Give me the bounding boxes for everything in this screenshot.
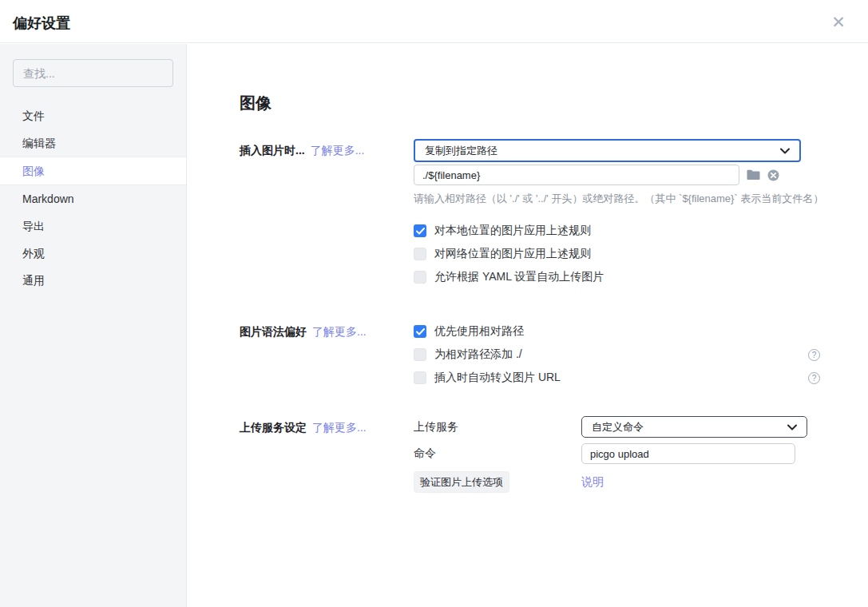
page-title: 图像: [240, 93, 868, 114]
preferences-window: 偏好设置 ✕ 文件 编辑器 图像 Markdown 导出 外观 通用 图像 插入…: [0, 0, 868, 607]
upload-command-row: 命令: [414, 443, 868, 464]
prefer-relative-path-label: 优先使用相对路径: [434, 324, 524, 339]
section-syntax-label-group: 图片语法偏好了解更多...: [240, 320, 414, 384]
clear-path-icon[interactable]: [767, 169, 779, 181]
close-icon[interactable]: ✕: [828, 11, 849, 32]
section-insert-image: 插入图片时...了解更多... 复制到指定路径: [240, 139, 868, 284]
checkbox-row-relative-path: 优先使用相对路径: [414, 325, 820, 338]
escape-url-label: 插入时自动转义图片 URL: [434, 371, 561, 385]
upload-doc-link[interactable]: 说明: [581, 475, 604, 490]
chevron-down-icon: [787, 421, 797, 433]
upload-service-select-value: 自定义命令: [592, 420, 644, 434]
sidebar-nav: 文件 编辑器 图像 Markdown 导出 外观 通用: [0, 102, 186, 294]
add-dot-slash-checkbox[interactable]: [414, 348, 426, 361]
upload-command-label: 命令: [414, 446, 581, 461]
syntax-learn-more-link[interactable]: 了解更多...: [312, 325, 367, 338]
insert-action-select-value: 复制到指定路径: [425, 144, 497, 158]
add-dot-slash-label: 为相对路径添加 ./: [434, 347, 522, 362]
section-upload-service: 上传服务设定了解更多... 上传服务 自定义命令 命令: [240, 416, 868, 498]
upload-service-select[interactable]: 自定义命令: [581, 416, 807, 438]
folder-browse-icon[interactable]: [747, 169, 760, 181]
checkbox-row-network-rule: 对网络位置的图片应用上述规则: [414, 248, 868, 260]
escape-url-checkbox[interactable]: [414, 371, 426, 384]
network-rule-checkbox[interactable]: [414, 248, 426, 260]
sidebar-item-file[interactable]: 文件: [0, 102, 186, 129]
sidebar-item-general[interactable]: 通用: [0, 267, 186, 294]
image-path-input[interactable]: [414, 165, 739, 185]
upload-service-row: 上传服务 自定义命令: [414, 416, 868, 438]
upload-learn-more-link[interactable]: 了解更多...: [312, 421, 367, 434]
sidebar-item-markdown[interactable]: Markdown: [0, 185, 186, 212]
yaml-upload-checkbox[interactable]: [414, 271, 426, 284]
path-hint-text: 请输入相对路径（以 './' 或 '../' 开头）或绝对路径。（其中 `${f…: [414, 192, 868, 205]
section-image-syntax: 图片语法偏好了解更多... 优先使用相对路径 为相对路径添加 ./ ?: [240, 320, 868, 384]
checkbox-row-add-dot-slash: 为相对路径添加 ./ ?: [414, 348, 820, 361]
checkbox-row-escape-url: 插入时自动转义图片 URL ?: [414, 371, 820, 384]
checkbox-row-local-rule: 对本地位置的图片应用上述规则: [414, 224, 868, 237]
chevron-down-icon: [780, 145, 790, 157]
sidebar-item-appearance[interactable]: 外观: [0, 240, 186, 267]
local-rule-checkbox[interactable]: [414, 224, 426, 237]
upload-command-input[interactable]: [581, 443, 795, 464]
upload-validate-row: 验证图片上传选项 说明: [414, 471, 868, 493]
section-upload-label-group: 上传服务设定了解更多...: [240, 416, 414, 498]
section-insert-label: 插入图片时...: [240, 144, 305, 157]
sidebar: 文件 编辑器 图像 Markdown 导出 外观 通用: [0, 44, 187, 607]
upload-service-label: 上传服务: [414, 420, 581, 434]
local-rule-label: 对本地位置的图片应用上述规则: [434, 224, 591, 238]
insert-action-select[interactable]: 复制到指定路径: [414, 139, 801, 162]
sidebar-item-image[interactable]: 图像: [0, 157, 186, 185]
sidebar-item-editor[interactable]: 编辑器: [0, 129, 186, 157]
titlebar: 偏好设置 ✕: [0, 0, 868, 43]
help-icon[interactable]: ?: [808, 372, 820, 384]
search-input[interactable]: [13, 59, 173, 87]
prefer-relative-path-checkbox[interactable]: [414, 325, 426, 338]
yaml-upload-label: 允许根据 YAML 设置自动上传图片: [434, 270, 604, 284]
insert-learn-more-link[interactable]: 了解更多...: [311, 144, 365, 157]
section-syntax-label: 图片语法偏好: [240, 325, 307, 338]
window-title: 偏好设置: [13, 14, 70, 33]
section-upload-label: 上传服务设定: [240, 421, 307, 434]
section-insert-label-group: 插入图片时...了解更多...: [240, 139, 414, 284]
validate-upload-button[interactable]: 验证图片上传选项: [414, 471, 509, 493]
help-icon[interactable]: ?: [808, 349, 820, 361]
main-panel: 图像 插入图片时...了解更多... 复制到指定路径: [188, 44, 868, 607]
network-rule-label: 对网络位置的图片应用上述规则: [434, 247, 591, 261]
checkbox-row-yaml-upload: 允许根据 YAML 设置自动上传图片: [414, 271, 868, 284]
sidebar-item-export[interactable]: 导出: [0, 212, 186, 240]
